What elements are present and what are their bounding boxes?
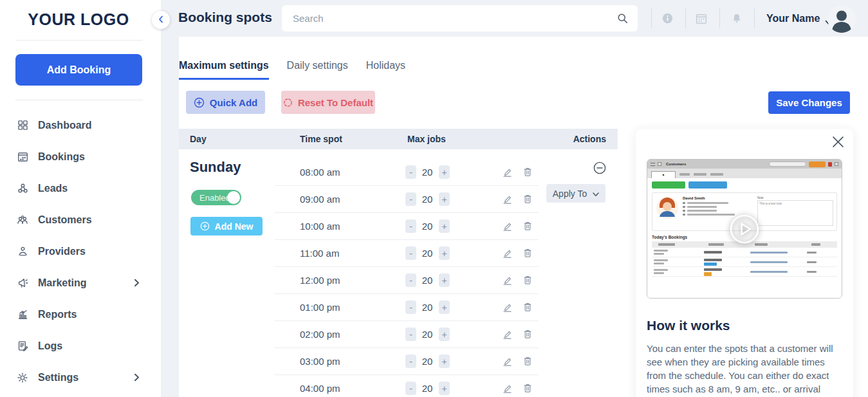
trash-icon[interactable] <box>522 274 533 286</box>
sidebar-item-dashboard[interactable]: Dashboard <box>0 109 161 141</box>
chevron-left-icon <box>158 14 164 26</box>
placeholder-bar <box>654 259 668 261</box>
edit-icon[interactable] <box>502 274 513 286</box>
sidebar-item-label: Logs <box>38 340 62 352</box>
save-changes-button[interactable]: Save Changes <box>768 91 850 114</box>
decrease-button[interactable]: - <box>405 219 416 233</box>
trash-icon[interactable] <box>522 220 533 232</box>
time-spot-label: 02:00 pm <box>300 329 340 340</box>
edit-icon[interactable] <box>502 355 513 367</box>
increase-button[interactable]: + <box>439 246 450 260</box>
placeholder-bar <box>683 210 685 212</box>
sidebar-item-settings[interactable]: Settings <box>0 362 161 393</box>
edit-icon[interactable] <box>502 382 513 394</box>
quick-add-button[interactable]: Quick Add <box>186 91 265 114</box>
info-icon[interactable] <box>656 0 679 37</box>
increase-button[interactable]: + <box>439 165 450 179</box>
edit-icon[interactable] <box>502 301 513 313</box>
sidebar-item-bookings[interactable]: Bookings <box>0 141 161 172</box>
sidebar-item-marketing[interactable]: Marketing <box>0 267 161 299</box>
max-jobs-value: 20 <box>418 221 437 232</box>
search-icon[interactable] <box>617 13 628 24</box>
tab-holidays[interactable]: Holidays <box>366 60 405 80</box>
increase-button[interactable]: + <box>439 355 450 368</box>
thumb-upgrade-button <box>809 162 826 167</box>
trash-icon[interactable] <box>522 166 533 178</box>
trash-icon[interactable] <box>522 382 533 394</box>
add-booking-button[interactable]: Add Booking <box>15 54 142 86</box>
increase-button[interactable]: + <box>439 273 450 287</box>
help-body: You can enter the spots that a customer … <box>647 342 841 396</box>
max-jobs-value: 20 <box>418 275 437 286</box>
search-input[interactable] <box>282 5 638 32</box>
time-spot-label: 01:00 pm <box>300 302 340 313</box>
column-day: Day <box>190 134 207 144</box>
apply-to-dropdown[interactable]: Apply To <box>546 184 605 203</box>
add-new-button[interactable]: Add New <box>190 217 263 235</box>
decrease-button[interactable]: - <box>405 328 416 341</box>
decrease-button[interactable]: - <box>405 382 416 395</box>
close-icon[interactable] <box>832 136 844 148</box>
placeholder-bar <box>704 268 722 271</box>
day-label: Sunday <box>190 159 241 176</box>
edit-icon[interactable] <box>502 220 513 232</box>
sidebar-item-providers[interactable]: Providers <box>0 235 161 267</box>
edit-icon[interactable] <box>502 328 513 340</box>
user-menu[interactable]: Your Name <box>766 0 832 37</box>
increase-button[interactable]: + <box>439 382 450 395</box>
help-panel: Customers ■ <box>636 129 853 397</box>
thumb-tab <box>710 173 723 176</box>
decrease-button[interactable]: - <box>405 273 416 287</box>
increase-button[interactable]: + <box>439 192 450 206</box>
trash-icon[interactable] <box>522 355 533 367</box>
sidebar-collapse-button[interactable] <box>152 11 170 29</box>
bell-icon[interactable] <box>725 0 748 37</box>
tab-maximum-settings[interactable]: Maximum settings <box>179 60 269 80</box>
toggle-label: Enabled <box>199 193 230 203</box>
sidebar-item-reports[interactable]: Reports <box>0 299 161 330</box>
tab-daily-settings[interactable]: Daily settings <box>287 60 348 80</box>
trash-icon[interactable] <box>522 301 533 313</box>
time-spot-list: 08:00 am-20+09:00 am-20+10:00 am-20+11:0… <box>275 159 539 397</box>
thumb-table-rows <box>652 248 837 277</box>
edit-icon[interactable] <box>502 193 513 205</box>
trash-icon[interactable] <box>522 247 533 259</box>
increase-button[interactable]: + <box>439 219 450 233</box>
trash-icon[interactable] <box>522 328 533 340</box>
reset-to-default-button[interactable]: Reset To Default <box>281 91 375 114</box>
sidebar-item-logs[interactable]: Logs <box>0 330 161 362</box>
enabled-toggle[interactable]: Enabled <box>191 190 241 205</box>
play-button[interactable] <box>729 214 760 245</box>
edit-icon[interactable] <box>502 247 513 259</box>
main-content: Maximum settingsDaily settingsHolidays Q… <box>179 37 868 397</box>
collapse-day-icon[interactable] <box>593 162 606 174</box>
increase-button[interactable]: + <box>439 300 450 314</box>
edit-icon[interactable] <box>502 166 513 178</box>
time-spot-label: 11:00 am <box>300 248 339 259</box>
video-thumbnail[interactable]: Customers ■ <box>647 159 842 299</box>
thumb-booking-row <box>652 248 837 257</box>
decrease-button[interactable]: - <box>405 165 416 179</box>
sidebar-item-label: Dashboard <box>38 120 92 131</box>
divider <box>651 8 652 28</box>
decrease-button[interactable]: - <box>405 355 416 368</box>
trash-icon[interactable] <box>522 193 533 205</box>
tab-bar: Maximum settingsDaily settingsHolidays <box>179 60 405 80</box>
placeholder-bar <box>807 261 817 263</box>
decrease-button[interactable]: - <box>405 246 416 260</box>
avatar[interactable] <box>827 5 856 33</box>
sidebar-item-customers[interactable]: Customers <box>0 204 161 235</box>
thumb-contact-lines <box>683 202 735 216</box>
time-spot-label: 12:00 pm <box>300 275 340 286</box>
user-name: Your Name <box>766 13 820 24</box>
placeholder-bar <box>658 243 675 246</box>
decrease-button[interactable]: - <box>405 300 416 314</box>
placeholder-bar <box>687 206 717 208</box>
decrease-button[interactable]: - <box>405 192 416 206</box>
increase-button[interactable]: + <box>439 328 450 341</box>
toggle-knob <box>227 191 240 204</box>
placeholder-bar <box>811 243 820 246</box>
calendar-icon[interactable] <box>690 0 713 37</box>
thumb-search <box>769 162 806 167</box>
sidebar-item-leads[interactable]: Leads <box>0 172 161 204</box>
